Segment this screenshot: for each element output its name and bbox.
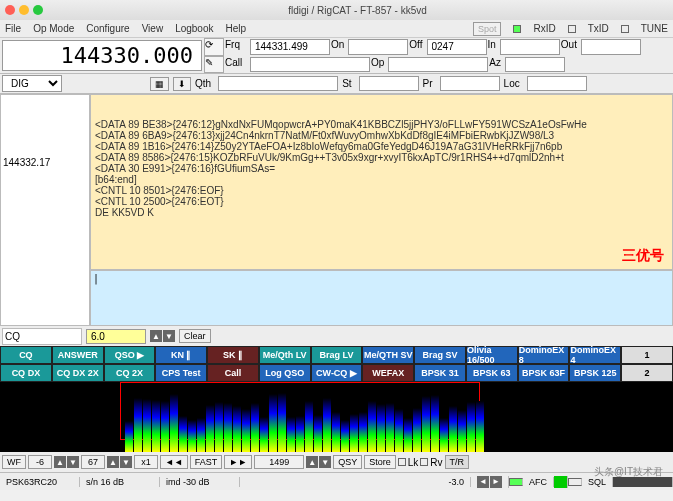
right-icon[interactable]: ► (490, 476, 502, 488)
menu-logbook[interactable]: Logbook (175, 23, 213, 34)
top-controls: 144330.000 ⟳ ✎ Frq On Off In Out Call Op… (0, 38, 673, 74)
macro-call[interactable]: Call (207, 364, 259, 382)
txid-check[interactable] (568, 25, 576, 33)
lvl-down-icon[interactable]: ▼ (163, 330, 175, 342)
mode-select[interactable]: DIG (2, 75, 62, 92)
macro-cq-2x[interactable]: CQ 2X (104, 364, 156, 382)
frq-input[interactable] (250, 39, 330, 55)
menu-view[interactable]: View (142, 23, 164, 34)
level-input[interactable] (86, 329, 146, 344)
status-mode: PSK63RC20 (0, 477, 80, 487)
side-freq: 144332.17 (3, 157, 50, 168)
macro-cq-dx[interactable]: CQ DX (0, 364, 52, 382)
st-input[interactable] (359, 76, 419, 91)
wf-freq[interactable]: 1499 (254, 455, 304, 469)
attribution: 头条@IT技术君 (594, 465, 663, 479)
off-input[interactable] (427, 39, 487, 55)
macro-cw-cq-[interactable]: CW-CQ ▶ (311, 364, 363, 382)
macro-kn-[interactable]: KN ‖ (155, 346, 207, 364)
wf-amp[interactable]: 67 (81, 455, 105, 469)
status-sn: s/n 16 dB (80, 477, 160, 487)
left-icon[interactable]: ◄ (477, 476, 489, 488)
tune-check[interactable] (621, 25, 629, 33)
loc-input[interactable] (527, 76, 587, 91)
frequency-display[interactable]: 144330.000 (2, 40, 202, 71)
qsy-button[interactable]: QSY (333, 455, 362, 469)
rx-line: <CNTL 10 8501>{2476:EOF} (95, 185, 668, 196)
rx-line: <CNTL 10 2500>{2476:EOT} (95, 196, 668, 207)
clear-button[interactable]: Clear (179, 329, 211, 343)
sql-check[interactable] (568, 478, 582, 486)
macro-qso-[interactable]: QSO ▶ (104, 346, 156, 364)
lvl-up-icon[interactable]: ▲ (150, 330, 162, 342)
pr-input[interactable] (440, 76, 500, 91)
channel-panel[interactable]: 144332.17 (0, 94, 90, 326)
wf-button[interactable]: WF (2, 455, 26, 469)
rx-line: [b64:end] (95, 174, 668, 185)
menu-help[interactable]: Help (226, 23, 247, 34)
window-title: fldigi / RigCAT - FT-857 - kk5vd (47, 5, 668, 16)
afc-check[interactable] (509, 478, 523, 486)
call-input[interactable] (250, 57, 370, 73)
mode-row: DIG ▦ ⬇ Qth St Pr Loc (0, 74, 673, 94)
macro-dominoex-4[interactable]: DominoEX 4 (569, 346, 621, 364)
macro-me-qth-sv[interactable]: Me/QTH SV (362, 346, 414, 364)
spot-button[interactable]: Spot (473, 22, 502, 36)
tri-right-icon[interactable]: ►► (224, 455, 252, 469)
clear-log-icon[interactable]: ▦ (150, 77, 169, 91)
macro-brag-lv[interactable]: Brag LV (311, 346, 363, 364)
waterfall-display[interactable] (0, 382, 673, 452)
macro-cq-dx-2x[interactable]: CQ DX 2X (52, 364, 104, 382)
macro-bpsk-63[interactable]: BPSK 63 (466, 364, 518, 382)
status-imd: imd -30 dB (160, 477, 240, 487)
title-bar: fldigi / RigCAT - FT-857 - kk5vd (0, 0, 673, 20)
macro-bpsk-125[interactable]: BPSK 125 (569, 364, 621, 382)
macro-row-2[interactable]: 2 (621, 364, 673, 382)
watermark: 三优号 (622, 247, 664, 265)
macro-me-qth-lv[interactable]: Me/Qth LV (259, 346, 311, 364)
qth-input[interactable] (218, 76, 338, 91)
macro-bar: CQANSWERQSO ▶KN ‖SK ‖Me/Qth LVBrag LVMe/… (0, 346, 673, 382)
az-input[interactable] (505, 57, 565, 73)
op-input[interactable] (388, 57, 488, 73)
rx-line: <DATA 89 6BA9>{2476:13}xjj24Cn4nkrnT7Nat… (95, 130, 668, 141)
macro-bpsk-31[interactable]: BPSK 31 (414, 364, 466, 382)
wf-speed[interactable]: FAST (190, 455, 223, 469)
menu-configure[interactable]: Configure (86, 23, 129, 34)
macro-cq[interactable]: CQ (0, 346, 52, 364)
close-icon[interactable] (5, 5, 15, 15)
tr-button[interactable]: T/R (445, 455, 470, 469)
save-log-icon[interactable]: ⬇ (173, 77, 191, 91)
tx-text[interactable]: | (90, 270, 673, 326)
rx-line: <DATA 89 BE38>{2476:12}gNxdNxFUMqopwcrA+… (95, 119, 668, 130)
lk-check[interactable] (398, 458, 406, 466)
macro-bpsk-63f[interactable]: BPSK 63F (518, 364, 570, 382)
macro-olivia-16-500[interactable]: Olivia 16/500 (466, 346, 518, 364)
rx-line: DE KK5VD K (95, 207, 668, 218)
macro-sk-[interactable]: SK ‖ (207, 346, 259, 364)
minimize-icon[interactable] (19, 5, 29, 15)
macro-cps-test[interactable]: CPS Test (155, 364, 207, 382)
rxid-check[interactable] (513, 25, 521, 33)
tri-left-icon[interactable]: ◄◄ (160, 455, 188, 469)
on-input[interactable] (348, 39, 408, 55)
menu-opmode[interactable]: Op Mode (33, 23, 74, 34)
wf-zoom[interactable]: x1 (134, 455, 158, 469)
status-bar: PSK63RC20 s/n 16 dB imd -30 dB -3.0 ◄► A… (0, 472, 673, 490)
macro-answer[interactable]: ANSWER (52, 346, 104, 364)
rx-text[interactable]: <DATA 89 BE38>{2476:12}gNxdNxFUMqopwcrA+… (90, 94, 673, 270)
rv-check[interactable] (420, 458, 428, 466)
refresh-icon[interactable]: ⟳ (204, 38, 224, 56)
menu-file[interactable]: File (5, 23, 21, 34)
wf-ref[interactable]: -6 (28, 455, 52, 469)
macro-brag-sv[interactable]: Brag SV (414, 346, 466, 364)
macro-wefax[interactable]: WEFAX (362, 364, 414, 382)
macro-log-qso[interactable]: Log QSO (259, 364, 311, 382)
zoom-icon[interactable] (33, 5, 43, 15)
wand-icon[interactable]: ✎ (204, 56, 224, 74)
out-input[interactable] (581, 39, 641, 55)
store-button[interactable]: Store (364, 455, 396, 469)
in-input[interactable] (500, 39, 560, 55)
macro-row-1[interactable]: 1 (621, 346, 673, 364)
macro-dominoex-8[interactable]: DominoEX 8 (518, 346, 570, 364)
